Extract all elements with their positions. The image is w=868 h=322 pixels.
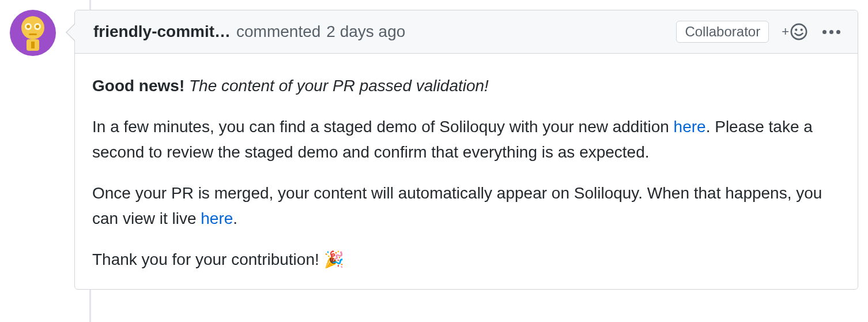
collaborator-badge: Collaborator [676, 21, 769, 43]
comment-author[interactable]: friendly-commit… [93, 23, 231, 41]
comment-action: commented [236, 23, 320, 41]
kebab-dot-icon [829, 30, 833, 34]
svg-point-4 [36, 25, 39, 28]
comment-timestamp[interactable]: 2 days ago [326, 23, 405, 41]
kebab-dot-icon [822, 30, 827, 34]
comment-header-left: friendly-commit… commented 2 days ago [93, 23, 405, 41]
comment-emphasis: The content of your PR passed validation… [189, 77, 489, 95]
avatar[interactable] [10, 10, 56, 56]
svg-point-8 [791, 24, 806, 39]
svg-point-0 [21, 16, 44, 39]
party-popper-emoji: 🎉 [324, 250, 344, 268]
svg-rect-7 [31, 42, 35, 48]
add-reaction-button[interactable]: + [782, 23, 807, 40]
svg-rect-5 [29, 33, 37, 35]
svg-point-10 [801, 29, 803, 31]
comment-arrow [66, 23, 75, 42]
svg-point-9 [795, 29, 797, 31]
comment-header-right: Collaborator + [676, 21, 843, 43]
kebab-dot-icon [836, 30, 840, 34]
comment-text: . [233, 209, 237, 227]
comment-paragraph: Thank you for your contribution! 🎉 [92, 247, 840, 272]
comment-paragraph: In a few minutes, you can find a staged … [92, 114, 840, 164]
comment-paragraph: Once your PR is merged, your content wil… [92, 181, 840, 231]
comment-container: friendly-commit… commented 2 days ago Co… [10, 10, 858, 290]
staged-demo-link[interactable]: here [674, 118, 706, 136]
comment-header: friendly-commit… commented 2 days ago Co… [75, 10, 858, 54]
comment-text: Thank you for your contribution! [92, 250, 324, 268]
comment-strong: Good news! [92, 77, 184, 95]
comment-text: In a few minutes, you can find a staged … [92, 118, 674, 136]
kebab-menu-button[interactable] [820, 28, 843, 36]
comment-box: friendly-commit… commented 2 days ago Co… [74, 10, 858, 290]
svg-point-3 [27, 25, 30, 28]
avatar-robot-icon [18, 15, 48, 51]
comment-body: Good news! The content of your PR passed… [75, 54, 858, 289]
comment-paragraph: Good news! The content of your PR passed… [92, 73, 840, 98]
plus-icon: + [782, 24, 789, 39]
live-link[interactable]: here [201, 209, 233, 227]
smiley-icon [790, 23, 807, 40]
